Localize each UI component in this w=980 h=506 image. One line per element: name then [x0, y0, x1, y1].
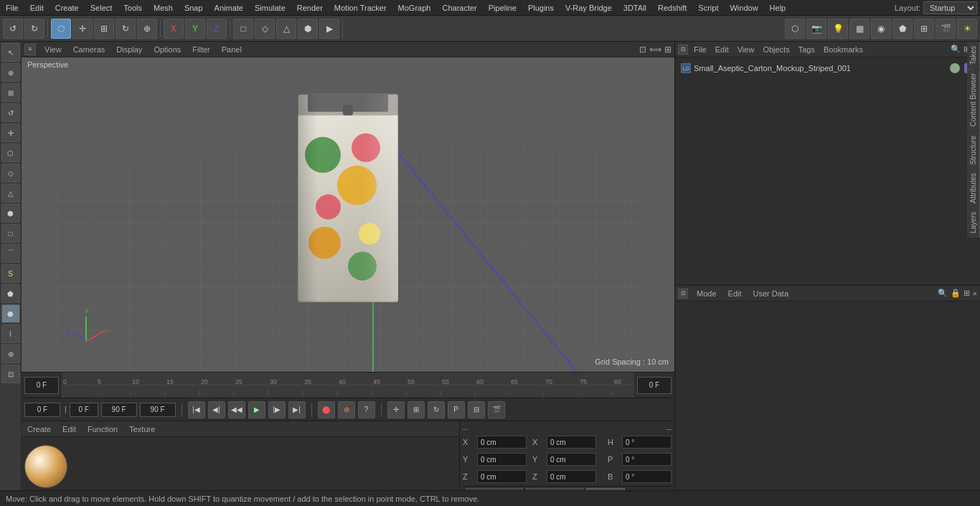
menu-edit[interactable]: Edit [24, 2, 50, 14]
select-tool-button[interactable]: ⬡ [51, 19, 71, 39]
object-mode-button[interactable]: □ [233, 19, 253, 39]
menu-plugins[interactable]: Plugins [522, 2, 560, 14]
render-button[interactable]: ▦ [849, 19, 870, 39]
tag-button[interactable]: ⬟ [892, 19, 913, 39]
transform-button[interactable]: ⊕ [137, 19, 157, 39]
obj-bookmarks-menu[interactable]: Bookmarks [821, 45, 866, 54]
left-tool-12[interactable]: ⬟ [1, 284, 20, 303]
grid-button[interactable]: ⊞ [914, 19, 934, 39]
left-tool-13[interactable]: ⬣ [1, 304, 20, 323]
left-tool-grid[interactable]: ⊞ [1, 83, 20, 102]
mat-texture-menu[interactable]: Texture [126, 425, 158, 434]
light-button[interactable]: 💡 [828, 19, 848, 39]
viewport-menu-icon[interactable]: ≡ [24, 44, 36, 55]
menu-simulate[interactable]: Simulate [249, 2, 291, 14]
vtab-layers[interactable]: Layers [967, 207, 980, 238]
menu-create[interactable]: Create [50, 2, 85, 14]
timeline-ruler[interactable]: 0 5 10 15 20 25 30 35 40 45 50 55 60 65 [62, 373, 634, 398]
auto-key-button[interactable]: ⊛ [338, 401, 355, 418]
rotate-tool-button[interactable]: ↻ [116, 19, 136, 39]
material-button[interactable]: ◉ [871, 19, 891, 39]
cameras-menu[interactable]: Cameras [70, 45, 108, 54]
perspective-button[interactable]: ⬡ [785, 19, 805, 39]
coord-z2-input[interactable]: 0 cm [547, 470, 596, 483]
edge-mode-button[interactable]: △ [276, 19, 296, 39]
attr-lock-icon[interactable]: 🔒 [951, 289, 961, 298]
vtab-structure[interactable]: Structure [967, 131, 980, 169]
scale-key-button[interactable]: ⊞ [407, 401, 425, 418]
mat-create-menu[interactable]: Create [24, 425, 54, 434]
step-back-button[interactable]: ◀| [208, 401, 225, 418]
left-tool-11[interactable]: S [1, 264, 20, 283]
menu-mograph[interactable]: MoGraph [392, 2, 437, 14]
options-menu[interactable]: Options [151, 45, 184, 54]
scale-tool-button[interactable]: ⊞ [94, 19, 114, 39]
rotate-key-button[interactable]: ↻ [428, 401, 445, 418]
attr-close-icon[interactable]: × [973, 289, 977, 298]
bulb-button[interactable]: ☀ [957, 19, 977, 39]
camera-button[interactable]: 📷 [806, 19, 826, 39]
menu-file[interactable]: File [0, 2, 24, 14]
move-key-button[interactable]: ✛ [387, 401, 405, 418]
left-tool-8[interactable]: ⬢ [1, 204, 20, 222]
move-tool-button[interactable]: ✛ [72, 19, 93, 39]
axis-y-button[interactable]: Y [185, 19, 205, 39]
filter-menu[interactable]: Filter [189, 45, 212, 54]
undo-button[interactable]: ↺ [3, 19, 23, 39]
obj-objects-menu[interactable]: Objects [760, 45, 792, 54]
axis-x-button[interactable]: X [164, 19, 184, 39]
end-frame-input[interactable] [101, 403, 137, 417]
left-tool-7[interactable]: △ [1, 184, 20, 202]
polygon-mode-button[interactable]: ◇ [255, 19, 275, 39]
coord-z-input[interactable]: 0 cm [477, 470, 527, 483]
go-start-button[interactable]: |◀ [188, 401, 205, 418]
viewport-arrows[interactable]: ⟺ [649, 44, 661, 55]
coord-h-input[interactable]: 0 ° [622, 436, 672, 449]
go-end-button[interactable]: ▶| [288, 401, 306, 418]
coord-x-input[interactable]: 0 cm [477, 436, 527, 449]
left-tool-add[interactable]: ✛ [1, 123, 20, 142]
coord-b-input[interactable]: 0 ° [622, 470, 672, 483]
menu-3dtall[interactable]: 3DTAll [618, 2, 652, 14]
menu-select[interactable]: Select [85, 2, 118, 14]
object-item-carton[interactable]: L0 Small_Aseptic_Carton_Mockup_Striped_0… [678, 60, 977, 76]
step-forward-button[interactable]: |▶ [268, 401, 286, 418]
coord-y2-input[interactable]: 0 cm [547, 453, 596, 466]
coord-x2-input[interactable]: 0 cm [547, 436, 596, 449]
menu-help[interactable]: Help [764, 2, 792, 14]
attr-settings-icon[interactable]: ⊞ [963, 289, 970, 298]
vtab-attributes[interactable]: Attributes [967, 169, 980, 207]
menu-render[interactable]: Render [291, 2, 329, 14]
menu-pipeline[interactable]: Pipeline [483, 2, 522, 14]
attr-mode-menu[interactable]: Mode [694, 289, 720, 298]
redo-button[interactable]: ↻ [24, 19, 44, 39]
record-button[interactable]: ⬤ [318, 401, 335, 418]
obj-file-menu[interactable]: File [691, 45, 710, 54]
left-tool-10[interactable]: ⌒ [1, 244, 20, 263]
left-tool-rotate[interactable]: ↺ [1, 103, 20, 122]
start-frame-input[interactable] [24, 403, 60, 417]
left-tool-16[interactable]: ⊡ [1, 365, 20, 383]
left-tool-arrow[interactable]: ↖ [1, 43, 20, 62]
obj-visibility-dot[interactable] [950, 63, 960, 73]
viewport-maximize[interactable]: ⊡ [639, 44, 646, 55]
left-tool-5[interactable]: ⬡ [1, 144, 20, 162]
point-mode-button[interactable]: ⬢ [298, 19, 318, 39]
vtab-takes[interactable]: Takes [967, 42, 980, 69]
coord-y-input[interactable]: 0 cm [477, 453, 527, 466]
menu-animate[interactable]: Animate [209, 2, 249, 14]
mat-edit-menu[interactable]: Edit [60, 425, 79, 434]
camera2-button[interactable]: 🎬 [936, 19, 956, 39]
obj-view-menu[interactable]: View [735, 45, 758, 54]
help-button[interactable]: ? [358, 401, 375, 418]
axis-z-button[interactable]: Z [207, 19, 227, 39]
panel-menu[interactable]: Panel [219, 45, 245, 54]
attr-userdata-menu[interactable]: User Data [750, 289, 792, 298]
menu-vray[interactable]: V-Ray Bridge [560, 2, 618, 14]
param-button[interactable]: P [448, 401, 465, 418]
menu-tools[interactable]: Tools [118, 2, 148, 14]
left-tool-6[interactable]: ◇ [1, 164, 20, 182]
obj-tags-menu[interactable]: Tags [796, 45, 818, 54]
3d-viewport[interactable]: Perspective Grid Spacing : 10 cm Y X Z [22, 57, 674, 372]
preview-end-input[interactable] [140, 403, 176, 417]
